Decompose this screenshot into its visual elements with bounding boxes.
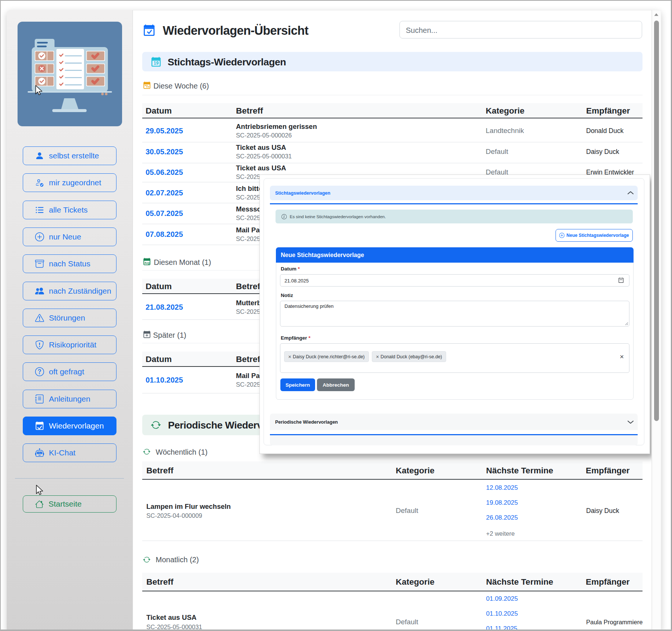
- svg-text:19: 19: [154, 61, 159, 66]
- svg-text:Aug: Aug: [144, 262, 150, 265]
